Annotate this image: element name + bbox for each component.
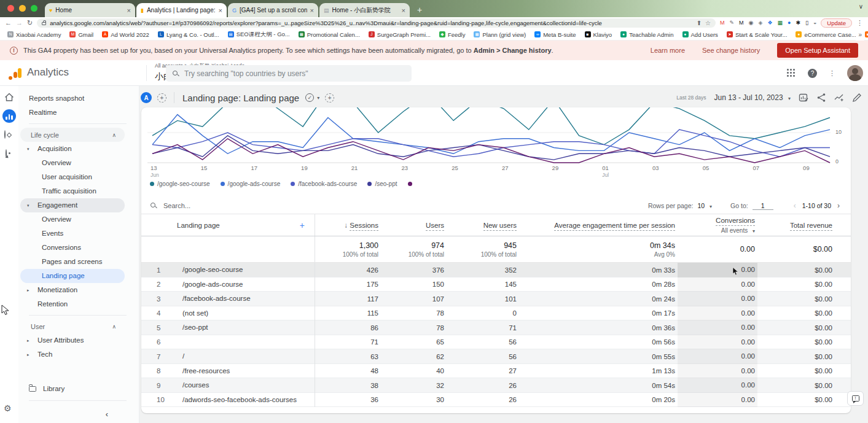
- bookmark-item[interactable]: LLyang & Co. - Outl...: [158, 31, 219, 38]
- sidebar-item-retention[interactable]: Retention: [20, 297, 125, 311]
- legend-item[interactable]: /seo-ppt: [367, 180, 397, 187]
- extension-icon[interactable]: ◈: [758, 20, 762, 26]
- bookmark-item[interactable]: JSurgeGraph Premi...: [369, 31, 431, 38]
- learn-more-link[interactable]: Learn more: [651, 47, 685, 54]
- bookmark-item[interactable]: ●Teachable Admin: [620, 31, 673, 38]
- minimize-window-icon[interactable]: [19, 5, 26, 12]
- bookmark-item[interactable]: ■Klaviyo: [585, 31, 612, 38]
- extension-icon[interactable]: ●: [788, 20, 791, 26]
- extension-icon[interactable]: M: [739, 20, 744, 26]
- sidebar-item-events[interactable]: Events: [20, 227, 125, 241]
- analytics-logo-icon[interactable]: [8, 66, 23, 80]
- edit-icon[interactable]: [852, 93, 862, 103]
- column-header-conversions[interactable]: Conversions All events ▾: [678, 217, 757, 234]
- tab-close-icon[interactable]: ×: [219, 7, 222, 14]
- bookmark-item[interactable]: ●eCommerce Case...: [796, 31, 856, 38]
- open-setup-assistant-button[interactable]: Open Setup Assistant: [777, 43, 858, 58]
- feedback-button[interactable]: !: [847, 391, 864, 406]
- extension-icon[interactable]: M: [720, 20, 725, 26]
- add-column-icon[interactable]: +: [300, 220, 315, 230]
- legend-item[interactable]: /google-seo-course: [150, 180, 210, 187]
- home-icon[interactable]: [4, 93, 14, 102]
- extension-icon[interactable]: ▯: [805, 20, 808, 26]
- caret-down-icon[interactable]: ▾: [317, 95, 319, 101]
- sidebar-item-engagement-overview[interactable]: Overview: [20, 212, 125, 227]
- comparison-chart-icon[interactable]: [799, 93, 808, 103]
- help-icon[interactable]: ?: [808, 69, 817, 78]
- sidebar-item-monetization[interactable]: ▸Monetization: [20, 283, 125, 297]
- sidebar-item-realtime[interactable]: Realtime: [18, 106, 139, 120]
- tab-close-icon[interactable]: ×: [127, 7, 131, 14]
- add-comparison-icon[interactable]: +: [157, 93, 166, 103]
- column-header-sessions[interactable]: ↓Sessions: [315, 222, 381, 229]
- column-header-users[interactable]: Users: [381, 222, 447, 229]
- back-icon[interactable]: ←: [5, 20, 12, 26]
- new-tab-icon[interactable]: +: [417, 5, 422, 15]
- bookmark-item[interactable]: ▦Plann (grid view): [474, 31, 526, 38]
- admin-gear-icon[interactable]: ⚙: [4, 403, 12, 413]
- table-row[interactable]: 7/6362560m 55s0.00$0.00: [141, 349, 851, 364]
- legend-item[interactable]: /google-ads-course: [221, 180, 281, 187]
- sidebar-item-traffic-acquisition[interactable]: Traffic acquisition: [20, 184, 125, 198]
- reports-icon[interactable]: [2, 109, 16, 123]
- sidebar-item-tech[interactable]: ▸Tech: [20, 347, 125, 362]
- avatar[interactable]: [847, 65, 863, 81]
- table-row[interactable]: 1/google-seo-course4263763520m 33s0.00$0…: [141, 263, 851, 277]
- next-page-icon[interactable]: ›: [835, 201, 842, 210]
- sidebar-section-user[interactable]: User∧: [20, 319, 125, 333]
- column-header-engagement[interactable]: Average engagement time per session: [519, 222, 678, 229]
- bookmark-item[interactable]: AAd World 2022: [102, 31, 149, 38]
- sidebar-collapse[interactable]: ‹: [18, 405, 139, 423]
- insights-icon[interactable]: [834, 93, 844, 103]
- explore-icon[interactable]: [4, 130, 6, 139]
- bookmark-item[interactable]: NXiaobai Academy: [7, 31, 61, 38]
- sidebar-item-acquisition[interactable]: ▾Acquisition: [20, 142, 125, 156]
- table-row[interactable]: 9/courses3832260m 54s0.00$0.00: [141, 378, 851, 393]
- advertising-icon[interactable]: [6, 149, 7, 158]
- bookmark-item[interactable]: ▤SEO课程大纲 - Go...: [228, 31, 290, 39]
- extension-icon[interactable]: ✱: [796, 20, 800, 26]
- sidebar-item-user-acquisition[interactable]: User acquisition: [20, 170, 125, 184]
- column-header-new-users[interactable]: New users: [447, 222, 519, 229]
- bookmark-item[interactable]: ➤Start & Scale Your...: [727, 31, 788, 38]
- rows-per-page-select[interactable]: 10 ▾: [697, 202, 712, 209]
- bookmark-item[interactable]: ◆Feedly: [439, 31, 466, 38]
- bookmark-item[interactable]: MGmail: [69, 31, 93, 38]
- bookmark-item[interactable]: ▦Promotional Calen...: [299, 31, 360, 38]
- browser-menu-icon[interactable]: ⋮: [856, 19, 863, 27]
- browser-tab-1[interactable]: ▮Analytics | Landing page: Land×: [136, 3, 227, 17]
- bookmark-star-icon[interactable]: ☆: [705, 20, 711, 26]
- bookmarks-overflow-icon[interactable]: »: [856, 29, 864, 41]
- url-text[interactable]: analytics.google.com/analytics/web/?auth…: [50, 20, 692, 26]
- column-header-landing-page[interactable]: Landing page +: [172, 214, 315, 236]
- extension-icon[interactable]: ▦: [777, 20, 783, 26]
- sidebar-item-user-attributes[interactable]: ▸User Attributes: [20, 333, 125, 347]
- table-row[interactable]: 8/free-resources4840271m 13s0.00$0.00: [141, 364, 851, 379]
- chrome-update-button[interactable]: Update: [821, 18, 852, 28]
- collapse-arrow-icon[interactable]: ‹: [106, 409, 108, 419]
- browser-tab-3[interactable]: ▤Home - 小白新势学院×: [319, 3, 410, 17]
- table-row[interactable]: 10/adwords-seo-facebook-ads-courses36302…: [141, 393, 851, 408]
- sidebar-section-life-cycle[interactable]: Life cycle∧: [20, 128, 125, 142]
- bookmark-item[interactable]: ■Zap History: [865, 31, 868, 38]
- share-icon[interactable]: [816, 93, 826, 103]
- see-change-history-link[interactable]: See change history: [702, 47, 760, 54]
- sidebar-item-pages-and-screens[interactable]: Pages and screens: [20, 255, 125, 269]
- extension-icon[interactable]: ❖: [767, 20, 772, 26]
- segment-badge[interactable]: A: [141, 92, 152, 103]
- prev-page-icon[interactable]: ‹: [792, 201, 798, 210]
- table-row[interactable]: 3/facebook-ads-course1171071010m 24s0.00…: [141, 292, 851, 306]
- reload-icon[interactable]: ↻: [27, 20, 33, 26]
- sidebar-item-library[interactable]: Library: [18, 381, 139, 397]
- google-apps-icon[interactable]: [787, 69, 789, 71]
- lock-icon[interactable]: [42, 22, 46, 25]
- share-page-icon[interactable]: ⬆: [697, 20, 702, 26]
- tab-close-icon[interactable]: ×: [402, 7, 405, 14]
- date-range-selector[interactable]: Jun 13 - Jul 10, 2023 ▾: [714, 93, 791, 102]
- analytics-search-bar[interactable]: Try searching "top countries by users": [166, 65, 412, 82]
- sidebar-item-conversions[interactable]: Conversions: [20, 241, 125, 255]
- report-check-icon[interactable]: ✓: [305, 93, 314, 102]
- extension-icon[interactable]: ✎: [730, 20, 735, 26]
- forward-icon[interactable]: →: [16, 20, 23, 26]
- conversions-event-filter[interactable]: All events ▾: [721, 227, 755, 234]
